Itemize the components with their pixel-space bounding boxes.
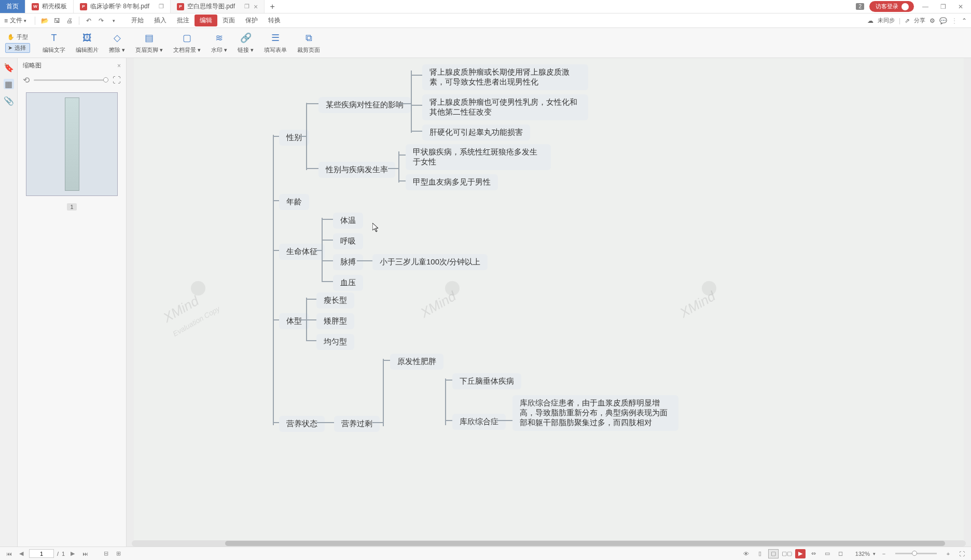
eraser-icon: ◇ [111,32,123,44]
close-window-button[interactable]: ✕ [954,1,967,13]
last-page-button[interactable]: ⏭ [80,549,90,558]
expand-icon[interactable]: ⛶ [113,76,121,85]
new-tab-button[interactable]: + [265,0,280,13]
zoom-value[interactable]: 132% [855,551,870,557]
mindmap-node: 小于三岁儿童100次/分钟以上 [372,254,488,270]
notification-badge[interactable]: 2 [856,3,864,10]
login-button[interactable]: 访客登录 [869,1,914,12]
form-button[interactable]: ☰填写表单 [259,30,292,56]
mindmap-node: 甲状腺疾病，系统性红斑狼疮多发生于女性 [406,144,551,170]
restore-icon[interactable]: ❐ [159,3,164,10]
select-tool[interactable]: ➤选择 [5,43,30,53]
fit-page-icon[interactable]: ▭ [822,549,833,558]
restore-icon[interactable]: ❐ [244,3,249,10]
link-button[interactable]: 🔗链接 ▾ [232,30,259,56]
dropdown-icon[interactable]: ▾ [109,16,118,25]
redo-icon[interactable]: ↷ [96,16,106,25]
page-input[interactable] [29,549,54,558]
prev-page-button[interactable]: ◀ [17,549,26,558]
mindmap-node: 原发性肥胖 [390,354,443,370]
fullscreen-icon[interactable]: ⛶ [956,549,967,558]
thumbnail-size-slider[interactable] [34,79,108,81]
page-thumbnail[interactable] [26,92,118,196]
zoom-out-button[interactable]: − [879,549,889,558]
hamburger-icon[interactable]: ≡ [4,17,8,24]
zoom-out-page-icon[interactable]: ⊟ [101,549,110,558]
horizontal-scrollbar[interactable] [132,540,966,547]
mindmap-node: 库欣综合症 [452,414,506,430]
sync-status[interactable]: 未同步 [878,17,895,24]
tab-doc-2[interactable]: P 空白思维导图.pdf ❐ × [171,0,265,13]
view-double-icon[interactable]: ▢▢ [782,549,792,558]
first-page-button[interactable]: ⏮ [4,549,13,558]
eye-mode-icon[interactable]: 👁 [741,549,752,558]
print-icon[interactable]: 🖨 [65,16,74,25]
edit-text-button[interactable]: T编辑文字 [37,30,71,56]
attachment-rail-icon[interactable]: 📎 [4,95,14,106]
mindmap-node: 体温 [333,213,363,229]
mindmap-node: 脉搏 [333,254,363,270]
tab-template[interactable]: W 稻壳模板 [25,0,74,13]
header-icon: ▤ [143,32,156,44]
menu-protect[interactable]: 保护 [240,16,263,25]
mindmap-node: 肝硬化可引起睾丸功能损害 [422,124,530,141]
edit-image-button[interactable]: 🖼编辑图片 [71,30,104,56]
share-icon[interactable]: ⇗ [905,17,910,24]
mouse-cursor-icon [372,223,379,232]
share-button[interactable]: 分享 [914,17,925,24]
mindmap-node: 性别与疾病发生率 [318,162,395,178]
presentation-icon[interactable]: ▶ [795,549,806,558]
undo-icon[interactable]: ↶ [84,16,93,25]
watermark-button[interactable]: ≋水印 ▾ [206,30,232,56]
thumbnail-panel-title: 缩略图 [23,61,41,70]
pdf-icon: P [80,3,87,10]
menu-insert[interactable]: 插入 [149,16,172,25]
menu-convert[interactable]: 转换 [263,16,286,25]
rotate-icon[interactable]: ⟲ [23,75,30,85]
collapse-ribbon-icon[interactable]: ⌃ [962,17,967,24]
actual-size-icon[interactable]: ◻ [836,549,846,558]
close-panel-icon[interactable]: × [117,62,121,69]
view-continuous-icon[interactable]: ▯ [755,549,765,558]
mindmap-node: 均匀型 [316,334,354,350]
thumbnail-page-number: 1 [67,203,76,211]
mindmap-node: 营养过剩 [334,416,380,432]
image-icon: 🖼 [81,32,93,44]
next-page-button[interactable]: ▶ [68,549,77,558]
maximize-button[interactable]: ❐ [937,1,949,13]
feedback-icon[interactable]: 💬 [939,17,947,24]
tab-home[interactable]: 首页 [0,0,25,13]
document-canvas[interactable]: XMindEvaluation Copy XMind XMind 性别 某些疾病… [127,58,971,547]
file-menu[interactable]: 文件▾ [10,16,26,25]
minimize-button[interactable]: — [919,1,932,13]
bookmark-rail-icon[interactable]: 🔖 [4,62,14,73]
menu-start[interactable]: 开始 [126,16,149,25]
background-button[interactable]: ▢文档背景 ▾ [168,30,206,56]
tab-doc-1[interactable]: P 临床诊断学 8年制.pdf ❐ [74,0,171,13]
zoom-slider[interactable] [895,553,937,554]
hand-tool[interactable]: ✋手型 [5,33,30,41]
wps-icon: W [32,3,39,10]
open-icon[interactable]: 📂 [40,16,49,25]
menu-edit[interactable]: 编辑 [195,15,217,26]
zoom-in-button[interactable]: + [943,549,953,558]
erase-button[interactable]: ◇擦除 ▾ [104,30,130,56]
crop-button[interactable]: ⧉裁剪页面 [292,30,325,56]
menu-page[interactable]: 页面 [217,16,240,25]
background-icon: ▢ [181,32,193,44]
view-single-icon[interactable]: ▢ [768,549,779,558]
header-footer-button[interactable]: ▤页眉页脚 ▾ [130,30,168,56]
page-total: 1 [62,551,65,557]
thumbnail-rail-icon[interactable]: ▦ [4,79,14,89]
settings-icon[interactable]: ⚙ [930,17,935,24]
mindmap-node: 血压 [333,275,363,291]
text-icon: T [48,32,60,44]
mindmap-node: 矮胖型 [316,313,354,329]
save-icon[interactable]: 🖫 [52,16,62,25]
fit-width-icon[interactable]: ⇔ [809,549,819,558]
menu-annotate[interactable]: 批注 [172,16,195,25]
watermark-icon: ≋ [213,32,226,44]
zoom-in-page-icon[interactable]: ⊞ [114,549,123,558]
close-tab-icon[interactable]: × [254,3,258,11]
cloud-icon[interactable]: ☁ [867,17,873,24]
